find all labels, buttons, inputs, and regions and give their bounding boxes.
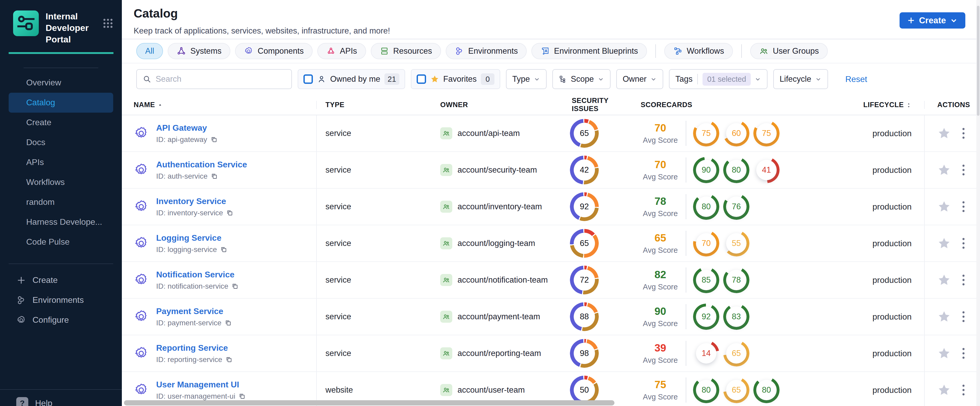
copy-icon[interactable] [211, 173, 218, 180]
scorecard-ring[interactable]: 80 [693, 377, 719, 403]
search-input[interactable] [156, 75, 286, 84]
kebab-menu-icon[interactable] [959, 347, 968, 360]
entity-name-link[interactable]: Logging Service [156, 233, 228, 243]
copy-icon[interactable] [224, 319, 232, 327]
owner-chip[interactable]: account/notification-team [440, 274, 548, 286]
tab-systems[interactable]: Systems [168, 43, 230, 59]
horizontal-scrollbar-thumb[interactable] [124, 400, 614, 406]
owner-chip[interactable]: account/logging-team [440, 237, 535, 249]
sidebar-item-environments[interactable]: Environments [0, 290, 122, 310]
scorecard-ring[interactable]: 70 [693, 230, 719, 257]
kebab-menu-icon[interactable] [959, 127, 968, 140]
entity-name-link[interactable]: Payment Service [156, 306, 232, 316]
tab-components[interactable]: Components [235, 43, 313, 59]
favorite-star-icon[interactable] [937, 163, 951, 177]
column-header-lifecycle[interactable]: LIFECYCLE [812, 101, 924, 109]
copy-icon[interactable] [239, 393, 246, 400]
copy-icon[interactable] [225, 356, 233, 363]
owner-chip[interactable]: account/user-team [440, 384, 525, 396]
scorecard-ring[interactable]: 83 [723, 304, 749, 330]
sidebar-item-apis[interactable]: APIs [0, 152, 122, 172]
scorecard-ring[interactable]: 76 [723, 193, 749, 220]
scorecard-ring[interactable]: 85 [693, 267, 719, 293]
scorecard-ring[interactable]: 65 [723, 377, 749, 403]
entity-name-link[interactable]: User Management UI [156, 380, 246, 390]
sidebar-item-create[interactable]: Create [0, 270, 122, 290]
copy-icon[interactable] [220, 246, 228, 253]
scorecard-ring[interactable]: 41 [753, 157, 780, 183]
copy-icon[interactable] [231, 282, 239, 290]
entity-name-link[interactable]: API Gateway [156, 123, 218, 133]
scorecard-ring[interactable]: 80 [723, 157, 749, 183]
scorecard-ring[interactable]: 92 [693, 304, 719, 330]
scorecard-ring[interactable]: 78 [723, 267, 749, 293]
type-dropdown[interactable]: Type [506, 69, 547, 89]
tab-environments[interactable]: Environments [446, 43, 527, 59]
kebab-menu-icon[interactable] [959, 236, 968, 250]
favorites-filter[interactable]: Favorites 0 [411, 69, 500, 89]
owner-chip[interactable]: account/inventory-team [440, 201, 542, 213]
owner-chip[interactable]: account/security-team [440, 164, 537, 176]
tab-environment-blueprints[interactable]: Environment Blueprints [531, 43, 647, 59]
scorecard-ring[interactable]: 75 [753, 120, 780, 146]
sidebar-item-configure[interactable]: Configure [0, 310, 122, 330]
scorecard-ring[interactable]: 65 [723, 340, 749, 366]
owned-by-me-checkbox[interactable] [304, 75, 313, 84]
entity-name-link[interactable]: Reporting Service [156, 343, 233, 353]
sidebar-item-workflows[interactable]: Workflows [0, 172, 122, 192]
tab-apis[interactable]: APIs [317, 43, 366, 59]
scorecard-ring[interactable]: 90 [693, 157, 719, 183]
scorecard-ring[interactable]: 55 [723, 230, 749, 257]
tags-dropdown[interactable]: Tags 01 selected [669, 69, 767, 89]
tab-resources[interactable]: Resources [371, 43, 441, 59]
sidebar-item-overview[interactable]: Overview [0, 73, 122, 93]
kebab-menu-icon[interactable] [959, 273, 968, 287]
sidebar-item-catalog[interactable]: Catalog [9, 93, 113, 113]
scorecard-ring[interactable]: 75 [693, 120, 719, 146]
favorite-star-icon[interactable] [937, 200, 951, 214]
scorecard-ring[interactable]: 80 [753, 377, 780, 403]
owner-chip[interactable]: account/api-team [440, 127, 520, 140]
owner-chip[interactable]: account/payment-team [440, 311, 540, 323]
favorite-star-icon[interactable] [937, 347, 951, 360]
owner-dropdown[interactable]: Owner [616, 69, 663, 89]
owned-by-me-filter[interactable]: Owned by me 21 [298, 69, 405, 89]
kebab-menu-icon[interactable] [959, 200, 968, 214]
app-grid-icon[interactable] [102, 17, 114, 29]
vertical-scrollbar-thumb[interactable] [977, 6, 980, 116]
favorite-star-icon[interactable] [937, 273, 951, 287]
sidebar-item-random[interactable]: random [0, 192, 122, 212]
column-header-name[interactable]: NAME [122, 101, 317, 109]
tab-user-groups[interactable]: User Groups [750, 43, 828, 59]
copy-icon[interactable] [226, 209, 234, 217]
scorecard-ring[interactable]: 80 [693, 193, 719, 220]
favorite-star-icon[interactable] [937, 127, 951, 140]
tab-workflows[interactable]: Workflows [664, 43, 733, 59]
create-button[interactable]: Create [900, 12, 965, 29]
search-box[interactable] [136, 69, 292, 89]
kebab-menu-icon[interactable] [959, 383, 968, 397]
kebab-menu-icon[interactable] [959, 310, 968, 324]
favorites-checkbox[interactable] [417, 75, 426, 84]
favorite-star-icon[interactable] [937, 310, 951, 324]
sidebar-item-docs[interactable]: Docs [0, 133, 122, 152]
vertical-scrollbar-track[interactable] [976, 0, 980, 406]
lifecycle-dropdown[interactable]: Lifecycle [773, 69, 828, 89]
copy-icon[interactable] [210, 136, 218, 143]
sidebar-item-harness-develope[interactable]: Harness Develope... [0, 212, 122, 232]
kebab-menu-icon[interactable] [959, 163, 968, 177]
favorite-star-icon[interactable] [937, 383, 951, 397]
entity-name-link[interactable]: Inventory Service [156, 197, 234, 206]
tab-all[interactable]: All [136, 43, 163, 59]
sidebar-item-code-pulse[interactable]: Code Pulse [0, 232, 122, 252]
reset-filters-link[interactable]: Reset [845, 75, 867, 84]
scorecard-ring[interactable]: 14 [693, 340, 719, 366]
sidebar-item-help[interactable]: ? Help [16, 397, 52, 406]
entity-name-link[interactable]: Notification Service [156, 270, 239, 279]
scope-dropdown[interactable]: Scope [552, 69, 611, 89]
favorite-star-icon[interactable] [937, 236, 951, 250]
entity-name-link[interactable]: Authentication Service [156, 160, 247, 170]
scorecard-ring[interactable]: 60 [723, 120, 749, 146]
owner-chip[interactable]: account/reporting-team [440, 347, 541, 359]
sidebar-item-create[interactable]: Create [0, 113, 122, 133]
